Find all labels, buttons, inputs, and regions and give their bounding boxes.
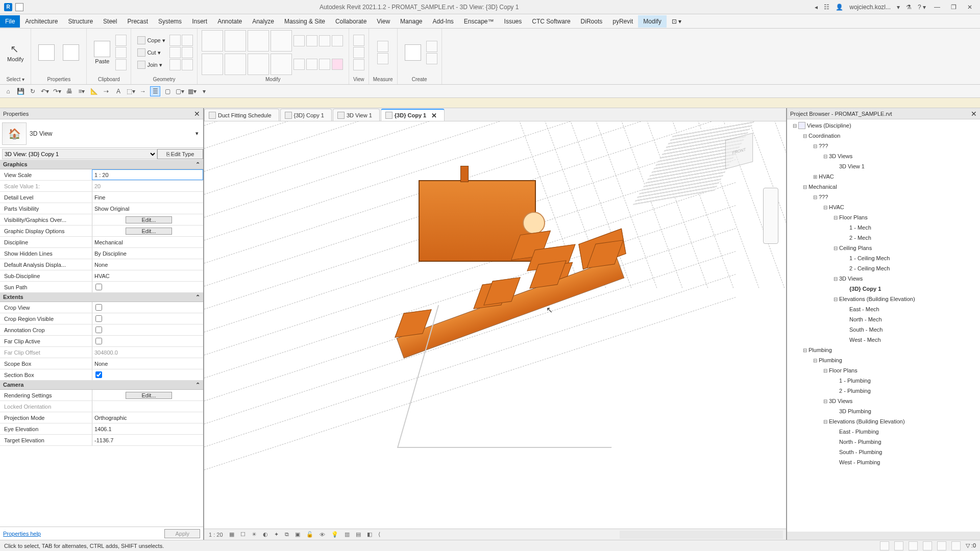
qat-close-inactive-icon[interactable]: ▢ xyxy=(162,86,173,96)
browser-header[interactable]: Project Browser - PROMAT_SAMPLE.rvt ✕ xyxy=(787,108,980,119)
geom-icon-6[interactable] xyxy=(182,59,193,70)
prop-checkbox[interactable] xyxy=(95,371,102,378)
match-type-icon[interactable] xyxy=(115,59,127,70)
menu-diroots[interactable]: DiRoots xyxy=(576,15,608,28)
view-icon-1[interactable] xyxy=(353,35,364,46)
tree-node[interactable]: West - Plumbing xyxy=(787,457,980,467)
prop-value[interactable]: Edit... xyxy=(92,226,203,236)
cut-button[interactable]: Cut ▾ xyxy=(135,47,167,58)
tree-node[interactable]: 1 - Plumbing xyxy=(787,375,980,386)
menu-addins[interactable]: Add-Ins xyxy=(427,15,458,28)
prop-value[interactable]: -1136.7 xyxy=(92,435,203,445)
prop-value[interactable] xyxy=(92,369,203,380)
tree-node[interactable]: ⊟??? xyxy=(787,192,980,202)
status-icon-2[interactable] xyxy=(894,541,903,550)
qat-tag-icon[interactable]: ⇢ xyxy=(101,86,111,96)
type-selector[interactable]: 3D View ▾ xyxy=(0,119,203,148)
prop-value[interactable] xyxy=(92,401,203,412)
prop-section[interactable]: Camera⌃ xyxy=(0,381,203,390)
type-dropdown-icon[interactable]: ▾ xyxy=(193,130,201,137)
geom-icon-5[interactable] xyxy=(169,59,181,70)
tree-node[interactable]: 1 - Ceiling Mech xyxy=(787,253,980,263)
tree-node[interactable]: 3D Plumbing xyxy=(787,406,980,416)
menu-massingsite[interactable]: Massing & Site xyxy=(279,15,330,28)
tree-node[interactable]: ⊟Ceiling Plans xyxy=(787,243,980,253)
navigation-bar[interactable] xyxy=(763,188,778,244)
prop-section[interactable]: Graphics⌃ xyxy=(0,160,203,169)
tree-node[interactable]: ⊟Floor Plans xyxy=(787,365,980,375)
prop-value[interactable]: Orthographic xyxy=(92,412,203,423)
menu-steel[interactable]: Steel xyxy=(98,15,122,28)
mod-icon-6[interactable] xyxy=(306,35,317,46)
tree-node[interactable]: ⊟3D Views xyxy=(787,273,980,284)
properties-button[interactable] xyxy=(35,43,58,62)
view-icon-2[interactable] xyxy=(353,47,364,58)
tree-toggle-icon[interactable]: ⊟ xyxy=(822,205,829,210)
close-icon[interactable]: ✕ xyxy=(194,110,200,118)
qat-thinlines-icon[interactable]: ☰ xyxy=(150,86,160,96)
menu-manage[interactable]: Manage xyxy=(395,15,427,28)
prop-value[interactable] xyxy=(92,313,203,324)
prop-value[interactable] xyxy=(92,324,203,335)
status-icon-5[interactable] xyxy=(937,541,946,550)
tree-node[interactable]: ⊟Plumbing xyxy=(787,345,980,355)
geom-icon-1[interactable] xyxy=(169,35,181,46)
tree-node[interactable]: ⊞HVAC xyxy=(787,171,980,182)
tree-node[interactable]: West - Mech xyxy=(787,335,980,345)
menu-architecture[interactable]: Architecture xyxy=(20,15,63,28)
status-icon-4[interactable] xyxy=(923,541,932,550)
tree-node[interactable]: 2 - Mech xyxy=(787,233,980,243)
3d-canvas[interactable]: FRONT ↖ xyxy=(204,121,786,529)
tree-toggle-icon[interactable]: ⊟ xyxy=(801,133,808,139)
tree-toggle-icon[interactable]: ⊟ xyxy=(801,347,808,353)
menu-modify[interactable]: Modify xyxy=(638,15,666,28)
mirror-icon[interactable] xyxy=(271,30,292,52)
reveal-hidden-icon[interactable]: 💡 xyxy=(330,531,340,538)
status-icon-6[interactable] xyxy=(951,541,961,550)
qat-save-icon[interactable]: 💾 xyxy=(15,86,26,96)
visual-style-icon[interactable]: ☐ xyxy=(239,531,247,538)
tree-node[interactable]: ⊟3D Views xyxy=(787,151,980,161)
qat-sync-icon[interactable]: ↻ xyxy=(28,86,38,96)
prop-value[interactable]: 1 : 20 xyxy=(92,169,203,180)
tree-toggle-icon[interactable]: ⊟ xyxy=(791,123,798,129)
tree-node[interactable]: ⊟Elevations (Building Elevation) xyxy=(787,294,980,304)
tree-node[interactable]: 2 - Ceiling Mech xyxy=(787,263,980,273)
prop-checkbox[interactable] xyxy=(95,304,102,311)
qat-undo-icon[interactable]: ↶▾ xyxy=(40,86,50,96)
create-icon-2[interactable] xyxy=(426,53,437,64)
mod-icon-15[interactable] xyxy=(319,59,330,70)
tree-node[interactable]: ⊟??? xyxy=(787,141,980,151)
tree-toggle-icon[interactable]: ⊟ xyxy=(822,419,829,424)
copy-clipboard-icon[interactable] xyxy=(115,47,127,58)
prop-value[interactable]: Edit... xyxy=(92,390,203,400)
menu-file[interactable]: File xyxy=(0,15,20,28)
qat-dimension-icon[interactable]: 📐 xyxy=(89,86,99,96)
status-icon-3[interactable] xyxy=(909,541,918,550)
prop-value[interactable]: 304800.0 xyxy=(92,347,203,358)
tree-toggle-icon[interactable]: ⊟ xyxy=(822,154,829,159)
tree-node[interactable]: ⊟Mechanical xyxy=(787,182,980,192)
measure-icon-1[interactable] xyxy=(377,41,388,52)
tree-node[interactable]: North - Plumbing xyxy=(787,437,980,447)
qat-3d-icon[interactable]: ⬚▾ xyxy=(126,86,136,96)
tab-close-icon[interactable]: ✕ xyxy=(431,112,437,119)
tree-node[interactable]: {3D} Copy 1 xyxy=(787,284,980,294)
unlocked-icon[interactable]: 🔓 xyxy=(305,531,315,538)
mod-icon-13[interactable] xyxy=(293,59,305,70)
join-button[interactable]: Join ▾ xyxy=(135,59,167,70)
properties-help-link[interactable]: Properties help xyxy=(3,531,41,537)
geom-icon-2[interactable] xyxy=(182,35,193,46)
prop-value[interactable]: Fine xyxy=(92,192,203,203)
rendering-icon[interactable]: ✦ xyxy=(273,531,280,538)
shadows-icon[interactable]: ◐ xyxy=(261,531,270,538)
properties-header[interactable]: Properties ✕ xyxy=(0,108,203,119)
scale-control[interactable]: 1 : 20 xyxy=(207,532,225,538)
paste-button[interactable]: Paste xyxy=(91,40,113,65)
crop-icon[interactable]: ⧉ xyxy=(283,531,290,538)
revit-app-icon[interactable]: R xyxy=(4,3,12,11)
trim-icon[interactable] xyxy=(271,54,292,75)
copy-icon[interactable] xyxy=(225,54,246,75)
reveal-constraints-icon[interactable]: ⟨ xyxy=(377,531,382,538)
menu-issues[interactable]: Issues xyxy=(499,15,527,28)
